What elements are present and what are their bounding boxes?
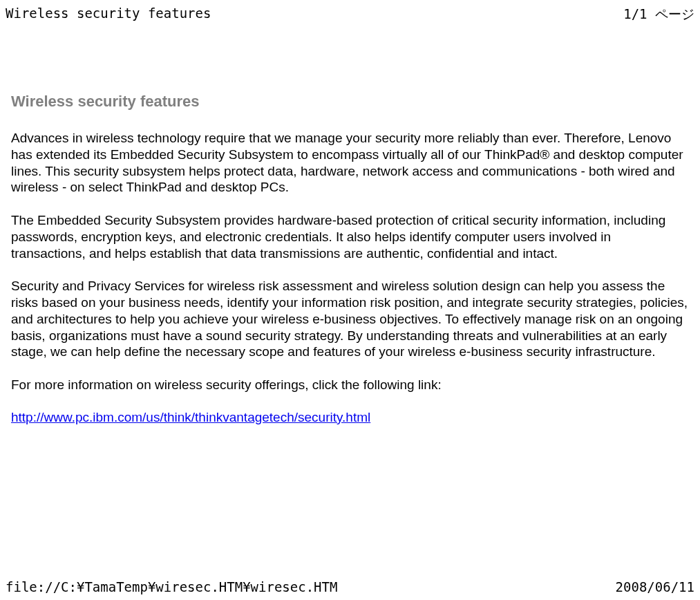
header-title: Wireless security features — [6, 6, 211, 24]
security-link[interactable]: http://www.pc.ibm.com/us/think/thinkvant… — [11, 410, 370, 424]
paragraph-2: The Embedded Security Subsystem provides… — [11, 212, 689, 261]
footer-date: 2008/06/11 — [616, 579, 694, 594]
paragraph-4: For more information on wireless securit… — [11, 377, 689, 393]
document-title: Wireless security features — [11, 93, 689, 111]
page-indicator: 1/1 ページ — [623, 6, 694, 24]
paragraph-3: Security and Privacy Services for wirele… — [11, 278, 689, 360]
paragraph-1: Advances in wireless technology require … — [11, 130, 689, 196]
document-content: Wireless security features Advances in w… — [0, 24, 700, 425]
page-header: Wireless security features 1/1 ページ — [0, 0, 700, 24]
page-footer: file://C:¥TamaTemp¥wiresec.HTM¥wiresec.H… — [0, 579, 700, 594]
file-path: file://C:¥TamaTemp¥wiresec.HTM¥wiresec.H… — [6, 579, 337, 594]
